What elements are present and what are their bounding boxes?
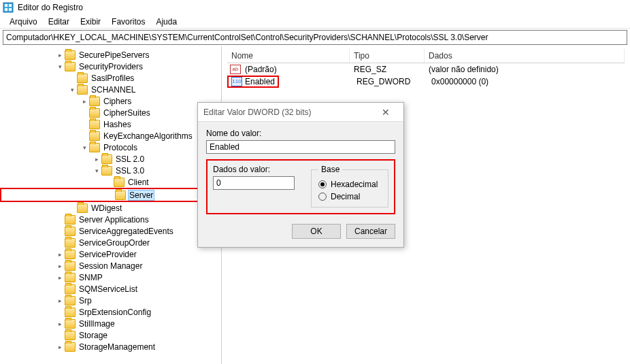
svg-rect-2: [9, 4, 12, 7]
folder-icon: [65, 62, 76, 71]
col-name[interactable]: Nome: [227, 49, 350, 63]
base-legend: Base: [318, 165, 342, 174]
tree-item[interactable]: ▸Ciphers: [0, 95, 221, 107]
tree-item[interactable]: ▸StillImage: [0, 318, 221, 329]
base-fieldset: Base Hexadecimal Decimal: [311, 165, 388, 208]
highlight-enabled: 110 Enabled: [227, 76, 279, 88]
tree-item[interactable]: Client: [0, 176, 221, 188]
folder-icon: [89, 108, 100, 118]
window-title: Editor do Registro: [18, 3, 83, 12]
menu-edit[interactable]: Editar: [43, 16, 75, 28]
cancel-button[interactable]: Cancelar: [346, 224, 395, 239]
folder-icon: [65, 296, 76, 305]
radio-dec[interactable]: Decimal: [318, 192, 381, 201]
menu-favorites[interactable]: Favoritos: [106, 16, 150, 28]
folder-icon: [77, 73, 88, 83]
tree-item[interactable]: ▸SecurePipeServers: [0, 49, 221, 61]
folder-icon: [65, 50, 76, 60]
menu-view[interactable]: Exibir: [75, 16, 106, 28]
tree-panel[interactable]: ▸SecurePipeServers ▾SecurityProviders Sa…: [0, 46, 222, 364]
folder-icon: [77, 85, 88, 95]
tree-item[interactable]: SrpExtensionConfig: [0, 306, 221, 318]
tree-item[interactable]: ▸ServiceProvider: [0, 248, 221, 260]
dialog-titlebar[interactable]: Editar Valor DWORD (32 bits) ✕: [198, 103, 403, 122]
folder-icon: [65, 319, 76, 329]
dialog-title-text: Editar Valor DWORD (32 bits): [203, 107, 311, 117]
string-value-icon: ab: [230, 65, 241, 74]
tree-item[interactable]: ▸SSL 2.0: [0, 153, 221, 165]
svg-rect-3: [5, 8, 7, 11]
tree-item[interactable]: Server Applications: [0, 214, 221, 225]
col-type[interactable]: Tipo: [350, 49, 425, 63]
address-text: Computador\HKEY_LOCAL_MACHINE\SYSTEM\Cur…: [6, 33, 488, 42]
address-bar[interactable]: Computador\HKEY_LOCAL_MACHINE\SYSTEM\Cur…: [3, 30, 627, 45]
svg-rect-1: [5, 4, 7, 7]
value-row-default[interactable]: ab (Padrão) REG_SZ (valor não definido): [227, 63, 625, 76]
folder-icon: [65, 261, 76, 271]
svg-rect-4: [9, 8, 12, 11]
tree-item[interactable]: WDigest: [0, 202, 221, 214]
col-data[interactable]: Dados: [425, 49, 625, 63]
tree-item[interactable]: ▸StorageManagement: [0, 341, 221, 352]
folder-icon: [77, 203, 88, 213]
value-row-enabled[interactable]: 110 Enabled REG_DWORD 0x00000000 (0): [227, 76, 625, 88]
folder-icon: [65, 227, 76, 236]
tree-item[interactable]: ▸SNMP: [0, 271, 221, 283]
ok-button[interactable]: OK: [292, 224, 341, 239]
highlight-server: Server: [0, 188, 221, 202]
data-label: Dados do valor:: [213, 165, 295, 174]
menu-help[interactable]: Ajuda: [150, 16, 182, 28]
tree-item[interactable]: SQMServiceList: [0, 283, 221, 295]
radio-icon: [318, 193, 327, 201]
tree-item[interactable]: ▾SecurityProviders: [0, 61, 221, 72]
folder-icon: [89, 97, 100, 106]
data-input[interactable]: [213, 176, 295, 190]
tree-item[interactable]: Storage: [0, 329, 221, 341]
name-label: Nome do valor:: [206, 129, 395, 138]
dword-value-icon: 110: [231, 77, 242, 86]
folder-icon: [65, 238, 76, 248]
radio-icon: [318, 180, 327, 188]
folder-icon: [115, 191, 126, 200]
tree-item[interactable]: ▸Session Manager: [0, 260, 221, 271]
folder-icon: [114, 178, 125, 187]
menu-file[interactable]: Arquivo: [4, 16, 43, 28]
close-icon[interactable]: ✕: [374, 107, 398, 118]
tree-item[interactable]: SaslProfiles: [0, 72, 221, 84]
folder-icon: [65, 250, 76, 259]
folder-icon: [101, 154, 112, 164]
folder-icon: [65, 308, 76, 317]
radio-hex[interactable]: Hexadecimal: [318, 180, 381, 189]
folder-icon: [65, 273, 76, 282]
regedit-icon: [3, 2, 14, 13]
menubar: Arquivo Editar Exibir Favoritos Ajuda: [0, 15, 630, 29]
list-header: Nome Tipo Dados: [227, 49, 625, 63]
tree-item[interactable]: ▸Srp: [0, 295, 221, 306]
folder-icon: [65, 284, 76, 294]
tree-item[interactable]: Hashes: [0, 118, 221, 130]
tree-item[interactable]: ▾SCHANNEL: [0, 84, 221, 95]
folder-icon: [101, 166, 112, 176]
name-input[interactable]: [206, 140, 395, 154]
edit-dword-dialog: Editar Valor DWORD (32 bits) ✕ Nome do v…: [197, 102, 404, 248]
folder-icon: [89, 131, 100, 141]
tree-item[interactable]: ServiceAggregatedEvents: [0, 225, 221, 237]
folder-icon: [89, 120, 100, 129]
tree-item[interactable]: ▾Protocols: [0, 142, 221, 153]
highlight-value-base: Dados do valor: Base Hexadecimal Decimal: [206, 159, 395, 214]
tree-item[interactable]: KeyExchangeAlgorithms: [0, 130, 221, 142]
folder-icon: [65, 331, 76, 340]
folder-icon: [89, 143, 100, 152]
folder-icon: [65, 215, 76, 225]
tree-item[interactable]: ▾SSL 3.0: [0, 165, 221, 176]
folder-icon: [65, 342, 76, 352]
titlebar: Editor do Registro: [0, 0, 630, 15]
tree-item[interactable]: ServiceGroupOrder: [0, 237, 221, 248]
tree-item[interactable]: CipherSuites: [0, 107, 221, 118]
